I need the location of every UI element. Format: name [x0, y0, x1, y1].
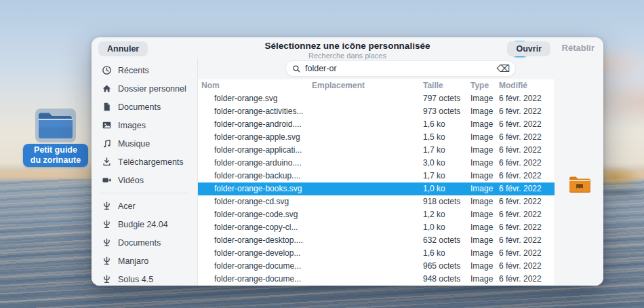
sidebar-item-label: Dossier personnel: [118, 84, 186, 94]
restore-button[interactable]: Rétablir: [562, 43, 595, 53]
music-icon: [101, 138, 112, 149]
sidebar-item-images[interactable]: Images: [92, 116, 197, 134]
file-name: folder-orange-android....: [198, 118, 312, 131]
desktop-icon-petit-guide[interactable]: Petit guide du zorinaute: [23, 109, 88, 167]
file-size: 1,7 ko: [423, 170, 470, 182]
file-name: folder-orange-cd.svg: [198, 195, 312, 208]
preview-pane: [555, 79, 603, 286]
sidebar-item-t-l-chargements[interactable]: Téléchargements: [92, 153, 197, 171]
table-row[interactable]: folder-orange-android....1,6 koImage6 fé…: [198, 118, 555, 131]
column-header-type[interactable]: Type: [470, 79, 499, 92]
column-header-modified[interactable]: Modifié: [499, 79, 555, 92]
desktop-icon-label: Petit guide du zorinaute: [23, 144, 88, 167]
sidebar-item-label: Téléchargements: [118, 157, 184, 167]
table-row[interactable]: folder-orange-develop...1,6 koImage6 fév…: [198, 247, 555, 260]
file-name: folder-orange-copy-cl...: [198, 221, 312, 234]
file-name: folder-orange-apple.svg: [198, 131, 312, 144]
dialog-header: Annuler Sélectionnez une icône personnal…: [92, 37, 603, 58]
file-size: 965 octets: [423, 260, 470, 273]
document-icon: [101, 102, 112, 113]
table-row[interactable]: folder-orange-cd.svg918 octetsImage6 fév…: [198, 195, 555, 208]
file-type: Image: [470, 157, 499, 170]
search-icon: [292, 64, 301, 73]
file-type: Image: [470, 260, 499, 273]
table-row[interactable]: folder-orange-books.svg1,0 koImage6 févr…: [198, 182, 555, 195]
sidebar-separator: [100, 193, 189, 193]
sidebar-item-dossier-personnel[interactable]: Dossier personnel: [92, 79, 197, 98]
file-type: Image: [470, 118, 499, 131]
table-row[interactable]: folder-orange-docume...948 octetsImage6 …: [198, 273, 555, 286]
table-row[interactable]: folder-orange-code.svg1,2 koImage6 févr.…: [198, 208, 555, 221]
file-modified: 6 févr. 2022: [499, 260, 555, 273]
drive-icon: [101, 219, 112, 230]
file-name: folder-orange-applicati...: [198, 144, 312, 157]
orange-folder-books-icon: [569, 176, 590, 194]
table-row[interactable]: folder-orange-desktop....632 octetsImage…: [198, 234, 555, 247]
file-name: folder-orange-arduino....: [198, 157, 312, 170]
file-name: folder-orange-docume...: [198, 260, 312, 273]
table-row[interactable]: folder-orange.svg797 octetsImage6 févr. …: [198, 92, 555, 105]
file-modified: 6 févr. 2022: [499, 131, 555, 144]
file-modified: 6 févr. 2022: [499, 182, 555, 195]
file-modified: 6 févr. 2022: [499, 195, 555, 208]
file-size: 1,6 ko: [423, 247, 470, 260]
file-size: 1,5 ko: [423, 131, 470, 144]
table-row[interactable]: folder-orange-apple.svg1,5 koImage6 févr…: [198, 131, 555, 144]
column-header-location[interactable]: Emplacement: [312, 79, 423, 92]
file-name: folder-orange-develop...: [198, 247, 312, 260]
table-row[interactable]: folder-orange-activities...973 octetsIma…: [198, 105, 555, 118]
sidebar-item-label: Images: [118, 121, 146, 130]
sidebar-item-label: Budgie 24.04: [118, 220, 168, 229]
blue-folder-icon: [37, 111, 74, 140]
table-row[interactable]: folder-orange-backup....1,7 koImage6 fév…: [198, 170, 555, 182]
sidebar-item-manjaro[interactable]: Manjaro: [92, 252, 197, 270]
sidebar-item-solus-4-5[interactable]: Solus 4.5: [92, 270, 197, 286]
file-type: Image: [470, 105, 499, 118]
desktop-icon-selection-highlight: [35, 109, 76, 142]
sidebar-places: RécentsDossier personnelDocumentsImagesM…: [92, 61, 197, 189]
file-name: folder-orange-desktop....: [198, 234, 312, 247]
file-size: 918 octets: [423, 195, 470, 208]
file-type: Image: [470, 182, 499, 195]
table-row[interactable]: folder-orange-arduino....3,0 koImage6 fé…: [198, 157, 555, 170]
file-name: folder-orange-code.svg: [198, 208, 312, 221]
table-row[interactable]: folder-orange-applicati...1,7 koImage6 f…: [198, 144, 555, 157]
sidebar-item-musique[interactable]: Musique: [92, 134, 197, 153]
file-type: Image: [470, 247, 499, 260]
file-name: folder-orange-books.svg: [198, 182, 312, 195]
file-name: folder-orange-activities...: [198, 105, 312, 118]
cancel-button[interactable]: Annuler: [98, 41, 148, 56]
file-modified: 6 févr. 2022: [499, 170, 555, 182]
sidebar-item-label: Solus 4.5: [118, 275, 153, 284]
open-button[interactable]: Ouvrir: [507, 41, 550, 56]
sidebar-drives: AcerBudgie 24.04DocumentsManjaroSolus 4.…: [92, 197, 197, 286]
sidebar-item-acer[interactable]: Acer: [92, 197, 197, 215]
file-modified: 6 févr. 2022: [499, 92, 555, 105]
sidebar-item-r-cents[interactable]: Récents: [92, 61, 197, 79]
file-size: 1,2 ko: [423, 208, 470, 221]
table-row[interactable]: folder-orange-copy-cl...1,0 koImage6 fév…: [198, 221, 555, 234]
sidebar-item-label: Documents: [118, 238, 161, 248]
file-size: 1,0 ko: [423, 182, 470, 195]
file-size: 1,6 ko: [423, 118, 470, 131]
sidebar-item-budgie-24-04[interactable]: Budgie 24.04: [92, 215, 197, 233]
drive-icon: [101, 256, 112, 267]
home-icon: [101, 83, 112, 94]
file-modified: 6 févr. 2022: [499, 157, 555, 170]
table-row[interactable]: folder-orange-docume...965 octetsImage6 …: [198, 260, 555, 273]
search-input[interactable]: [305, 64, 496, 73]
column-header-size[interactable]: Taille: [423, 79, 470, 92]
sidebar-item-documents[interactable]: Documents: [92, 233, 197, 252]
sidebar-item-documents[interactable]: Documents: [92, 98, 197, 116]
file-size: 632 octets: [423, 234, 470, 247]
clear-search-icon[interactable]: ⌫: [496, 64, 510, 73]
file-type: Image: [470, 273, 499, 286]
sidebar-item-vid-os[interactable]: Vidéos: [92, 171, 197, 189]
file-type: Image: [470, 234, 499, 247]
file-type: Image: [470, 144, 499, 157]
file-modified: 6 févr. 2022: [499, 118, 555, 131]
column-header-name[interactable]: Nom: [198, 79, 312, 92]
drive-icon: [101, 201, 112, 212]
image-icon: [101, 120, 112, 131]
drive-icon: [101, 237, 112, 248]
